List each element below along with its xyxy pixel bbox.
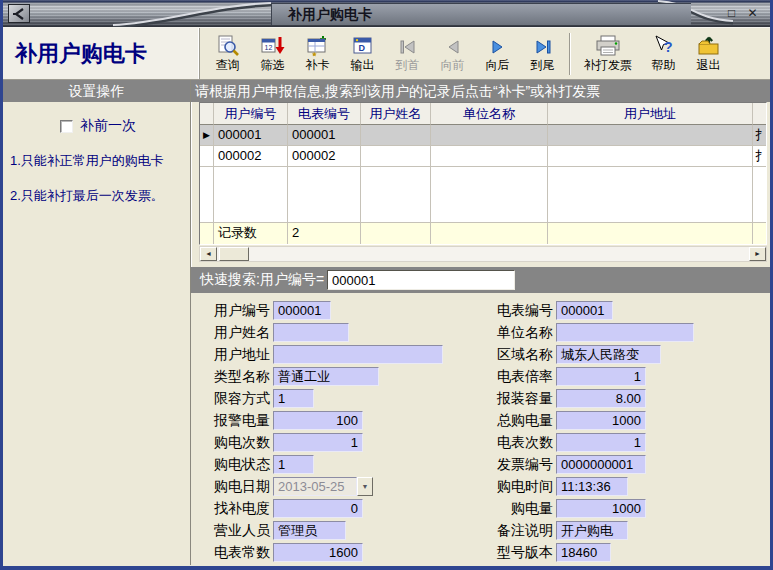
table-cell: 000001: [288, 125, 361, 146]
table-footer-row: 记录数2: [200, 223, 766, 244]
toolbar-button-label: 帮助: [652, 57, 676, 74]
help-button[interactable]: ?帮助: [641, 30, 686, 78]
capacity-limit-mode-field[interactable]: 1: [273, 389, 314, 408]
meter-ratio-label: 电表倍率: [481, 368, 553, 386]
page-title: 补用户购电卡: [3, 28, 200, 79]
table-cell: 扌: [753, 146, 766, 167]
unit-name-field[interactable]: [556, 323, 694, 342]
exit-icon: [697, 34, 721, 57]
meter-ratio-field[interactable]: 1: [556, 367, 646, 386]
meter-ratio-row: 电表倍率1: [481, 367, 694, 386]
purchase-time-field[interactable]: 11:13:36: [556, 477, 628, 496]
quick-search-input[interactable]: [327, 270, 515, 290]
go-first-button: 到首: [385, 30, 430, 78]
form-column-left: 用户编号000001用户姓名用户地址类型名称普通工业限容方式1报警电量100购电…: [191, 301, 481, 565]
column-header[interactable]: 电表编号: [288, 103, 361, 125]
filter-icon: 12: [261, 34, 285, 57]
type-name-field[interactable]: 普通工业: [273, 367, 379, 386]
invoice-no-field[interactable]: 0000000001: [556, 455, 646, 474]
record-count-value: 2: [288, 223, 361, 244]
area-name-row: 区域名称城东人民路变: [481, 345, 694, 364]
table-cell: [548, 125, 753, 146]
operator-field[interactable]: 管理员: [273, 521, 346, 540]
scroll-right-icon[interactable]: ►: [749, 247, 766, 261]
toolbar: 补用户购电卡 查询12筛选补卡D输出到首向前向后到尾补打发票?帮助退出: [3, 27, 770, 80]
user-address-field[interactable]: [273, 345, 443, 364]
unit-name-label: 单位名称: [481, 324, 553, 342]
user-id-field[interactable]: 000001: [273, 301, 331, 320]
table-cell: [548, 223, 753, 244]
toolbar-button-label: 筛选: [261, 57, 285, 74]
purchase-status-field[interactable]: 1: [273, 455, 314, 474]
meter-count-label: 电表次数: [481, 434, 553, 452]
model-version-row: 型号版本18460: [481, 543, 694, 562]
table-cell: [431, 125, 548, 146]
capacity-limit-mode-label: 限容方式: [198, 390, 270, 408]
type-name-row: 类型名称普通工业: [198, 367, 481, 386]
meter-id-field[interactable]: 000001: [556, 301, 613, 320]
table-cell: [214, 167, 288, 223]
user-name-field[interactable]: [273, 323, 349, 342]
purchase-count-label: 购电次数: [198, 434, 270, 452]
reissue-previous-checkbox-row[interactable]: 补前一次: [60, 117, 190, 135]
query-button[interactable]: 查询: [205, 30, 250, 78]
installed-capacity-field[interactable]: 8.00: [556, 389, 646, 408]
chevron-down-icon[interactable]: ▼: [357, 477, 373, 496]
user-id-row: 用户编号000001: [198, 301, 481, 320]
meter-constant-field[interactable]: 1600: [273, 543, 363, 562]
column-header[interactable]: 单位名称: [431, 103, 548, 125]
table-cell: [361, 146, 431, 167]
adjust-energy-field[interactable]: 0: [273, 499, 363, 518]
meter-id-label: 电表编号: [481, 302, 553, 320]
table-cell: 000002: [214, 146, 288, 167]
go-last-button[interactable]: 到尾: [520, 30, 565, 78]
installed-capacity-row: 报装容量8.00: [481, 389, 694, 408]
table-row[interactable]: 000002000002扌: [200, 146, 766, 167]
scroll-left-icon[interactable]: ◄: [200, 247, 217, 261]
table-cell: [548, 167, 753, 223]
table-cell: [361, 223, 431, 244]
go-next-button[interactable]: 向后: [475, 30, 520, 78]
table-cell: [431, 223, 548, 244]
table-cell: [361, 167, 431, 223]
purchase-energy-field[interactable]: 1000: [556, 499, 646, 518]
table-body: ▶000001000001扌000002000002扌记录数2: [200, 125, 766, 244]
total-energy-field[interactable]: 1000: [556, 411, 646, 430]
meter-count-field[interactable]: 1: [556, 433, 646, 452]
svg-text:D: D: [358, 42, 365, 52]
alarm-energy-field[interactable]: 100: [273, 411, 363, 430]
toolbar-button-label: 补打发票: [584, 57, 632, 74]
maximize-button[interactable]: □: [723, 5, 740, 21]
model-version-field[interactable]: 18460: [556, 543, 611, 562]
meter-count-row: 电表次数1: [481, 433, 694, 452]
meter-constant-label: 电表常数: [198, 544, 270, 562]
close-button[interactable]: ✕: [744, 5, 761, 21]
scrollbar-thumb[interactable]: [219, 247, 249, 261]
invoice-no-label: 发票编号: [481, 456, 553, 474]
filter-button[interactable]: 12筛选: [250, 30, 295, 78]
table-row[interactable]: ▶000001000001扌: [200, 125, 766, 146]
toolbar-button-label: 向前: [441, 57, 465, 74]
purchase-date-combobox[interactable]: 2013-05-25▼: [273, 477, 373, 496]
operator-label: 营业人员: [198, 522, 270, 540]
table-cell: [200, 223, 214, 244]
horizontal-scrollbar[interactable]: ◄ ►: [199, 246, 767, 262]
window-title: 补用户购电卡: [288, 6, 372, 22]
remark-field[interactable]: 开户购电: [556, 521, 628, 540]
export-button[interactable]: D输出: [340, 30, 385, 78]
toolbar-button-label: 到首: [396, 57, 420, 74]
reissue-card-button[interactable]: 补卡: [295, 30, 340, 78]
card-icon: [306, 34, 330, 57]
checkbox-icon[interactable]: [60, 120, 73, 133]
reprint-invoice-button[interactable]: 补打发票: [575, 30, 641, 78]
column-header[interactable]: 用户姓名: [361, 103, 431, 125]
column-header[interactable]: 用户编号: [214, 103, 288, 125]
first-icon: [396, 34, 420, 57]
exit-button[interactable]: 退出: [686, 30, 731, 78]
purchase-status-label: 购电状态: [198, 456, 270, 474]
area-name-field[interactable]: 城东人民路变: [556, 345, 661, 364]
purchase-count-field[interactable]: 1: [273, 433, 363, 452]
operator-row: 营业人员管理员: [198, 521, 481, 540]
column-header[interactable]: 用户地址: [548, 103, 753, 125]
app-logo-icon: [8, 4, 30, 23]
